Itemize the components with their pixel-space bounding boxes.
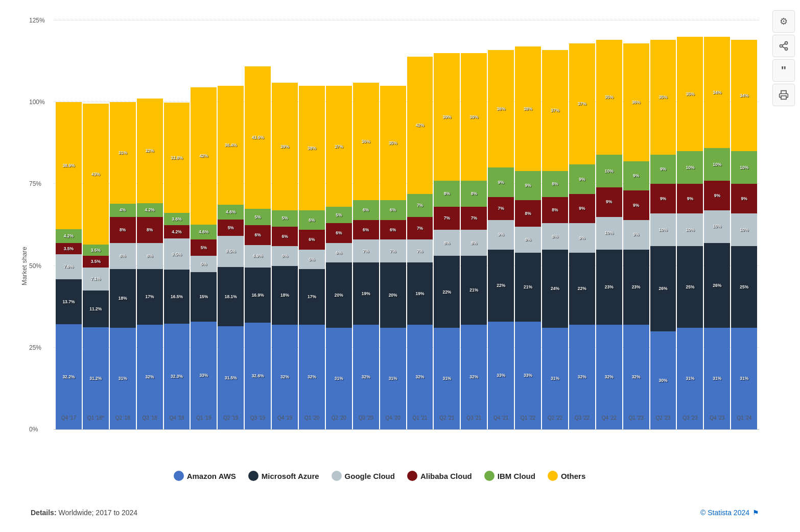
bar-segment-others: 39% bbox=[272, 83, 298, 210]
bar-label: 9.5% bbox=[226, 249, 236, 254]
x-label: Q2 '22 bbox=[542, 415, 568, 421]
bar-segment-google: 7% bbox=[407, 239, 433, 262]
x-label: Q4 '17 bbox=[56, 415, 82, 421]
bar-segment-azure: 26% bbox=[704, 243, 730, 328]
bar-segment-azure: 20% bbox=[326, 262, 352, 328]
print-button[interactable] bbox=[772, 84, 795, 106]
bar-label: 36% bbox=[497, 107, 505, 111]
bar-label: 9% bbox=[606, 200, 612, 204]
bar-label: 15% bbox=[199, 295, 208, 299]
x-label: Q2 '21 bbox=[434, 415, 460, 421]
bar-segment-ibm: 10% bbox=[731, 151, 757, 184]
x-label: Q1 '18* bbox=[83, 415, 109, 421]
bar-segment-others: 43% bbox=[83, 104, 109, 245]
bar-label: 10% bbox=[686, 228, 694, 232]
bar-label: 42% bbox=[416, 123, 425, 128]
bar-label: 11.2% bbox=[89, 307, 102, 311]
quote-button[interactable]: " bbox=[772, 59, 795, 82]
bar-group: 32.3%16.5%9.5%4.2%3.6%33.8% bbox=[164, 20, 190, 429]
bar-segment-ibm: 3.6% bbox=[164, 213, 190, 225]
bar-label: 18% bbox=[119, 296, 127, 301]
google-dot bbox=[332, 471, 342, 481]
bar-label: 7% bbox=[471, 216, 477, 221]
bar-segment-ibm: 8% bbox=[434, 181, 460, 207]
x-label: Q4 '21 bbox=[488, 415, 514, 421]
bar-segment-ibm: 4.2% bbox=[56, 229, 82, 243]
svg-line-4 bbox=[782, 43, 785, 45]
bar-label: 4% bbox=[120, 208, 126, 212]
bar-group: 31%20%7%6%6%35% bbox=[380, 20, 406, 429]
bar-label: 8% bbox=[147, 228, 153, 232]
x-label: Q3 '20 bbox=[353, 415, 379, 421]
share-button[interactable] bbox=[772, 35, 795, 57]
y-axis-label: Market share bbox=[20, 247, 28, 285]
bar-label: 31% bbox=[442, 376, 451, 381]
x-label: Q3 '22 bbox=[569, 415, 595, 421]
bar-segment-alibaba: 9% bbox=[569, 194, 595, 224]
svg-line-3 bbox=[782, 46, 785, 48]
bar-label: 5% bbox=[336, 213, 342, 217]
bar-segment-azure: 24% bbox=[542, 250, 568, 328]
bar-segment-others: 39% bbox=[461, 53, 487, 181]
bar-segment-azure: 23% bbox=[623, 250, 649, 325]
bar-segment-alibaba: 8% bbox=[515, 200, 541, 226]
bar-segment-others: 34% bbox=[731, 40, 757, 151]
bar-group: 32%23%9%9%9%36% bbox=[623, 20, 649, 429]
bar-label: 7% bbox=[363, 249, 369, 254]
bar-segment-others: 38% bbox=[515, 46, 541, 171]
bar-segment-alibaba: 8% bbox=[542, 197, 568, 223]
bar-group: 31.5%18.1%9.5%5%4.6%36.4% bbox=[218, 20, 244, 429]
x-labels: Q4 '17Q1 '18*Q2 '18Q3 '18Q4 '18Q1 '19Q2 … bbox=[54, 412, 759, 440]
aws-label: Amazon AWS bbox=[187, 472, 236, 480]
bar-group: 32%19%7%7%7%42% bbox=[407, 20, 433, 429]
bar-label: 10% bbox=[713, 162, 721, 167]
details-label: Details: bbox=[31, 509, 57, 517]
bar-label: 9% bbox=[525, 183, 531, 188]
bar-label: 7.1% bbox=[91, 277, 101, 281]
bar-label: 9% bbox=[579, 177, 585, 182]
bar-label: 6% bbox=[281, 234, 288, 239]
bar-label: 18% bbox=[280, 293, 289, 298]
bar-label: 26% bbox=[713, 283, 721, 288]
bar-label: 9% bbox=[741, 197, 747, 201]
bar-label: 32% bbox=[469, 375, 478, 379]
y-label-100: 100% bbox=[29, 99, 45, 106]
bar-group: 32.2%13.7%7.6%3.5%4.2%38.9% bbox=[56, 20, 82, 429]
bar-label: 7% bbox=[417, 203, 423, 208]
bar-label: 6% bbox=[390, 208, 396, 212]
bar-label: 32% bbox=[308, 375, 316, 379]
bar-label: 16.5% bbox=[171, 295, 183, 299]
bar-segment-google: 8% bbox=[434, 230, 460, 256]
bar-segment-azure: 21% bbox=[461, 256, 487, 325]
bar-label: 3.5% bbox=[91, 259, 101, 264]
bar-segment-azure: 13.7% bbox=[56, 279, 82, 324]
others-label: Others bbox=[561, 472, 585, 480]
gear-button[interactable]: ⚙ bbox=[772, 10, 795, 33]
bar-segment-azure: 22% bbox=[569, 253, 595, 325]
y-label-125: 125% bbox=[29, 17, 45, 24]
bar-segment-alibaba: 8% bbox=[110, 217, 136, 243]
bar-label: 33.8% bbox=[171, 156, 183, 160]
bar-label: 5% bbox=[255, 215, 261, 220]
bar-label: 9% bbox=[660, 197, 666, 201]
alibaba-dot bbox=[407, 471, 417, 481]
bar-label: 36% bbox=[632, 100, 641, 105]
bar-segment-alibaba: 7% bbox=[461, 207, 487, 230]
flag-icon: ⚑ bbox=[752, 509, 759, 517]
bar-label: 9% bbox=[714, 194, 720, 198]
bar-segment-others: 35% bbox=[650, 40, 676, 154]
bar-segment-others: 37% bbox=[542, 50, 568, 171]
bar-label: 34% bbox=[740, 93, 748, 98]
bar-segment-alibaba: 9% bbox=[677, 184, 703, 213]
bar-segment-ibm: 9% bbox=[488, 167, 514, 197]
bar-segment-ibm: 8% bbox=[461, 181, 487, 207]
bar-segment-azure: 20% bbox=[380, 262, 406, 328]
x-label: Q3 '21 bbox=[461, 415, 487, 421]
bar-segment-google: 8% bbox=[515, 227, 541, 253]
bar-label: 32% bbox=[605, 375, 614, 379]
x-label: Q3 '23 bbox=[677, 415, 703, 421]
bar-label: 5% bbox=[281, 216, 288, 221]
bar-group: 31%25%10%9%10%35% bbox=[677, 20, 703, 429]
footer: Details: Worldwide; 2017 to 2024 © Stati… bbox=[31, 509, 759, 517]
bar-segment-ibm: 4% bbox=[110, 204, 136, 217]
